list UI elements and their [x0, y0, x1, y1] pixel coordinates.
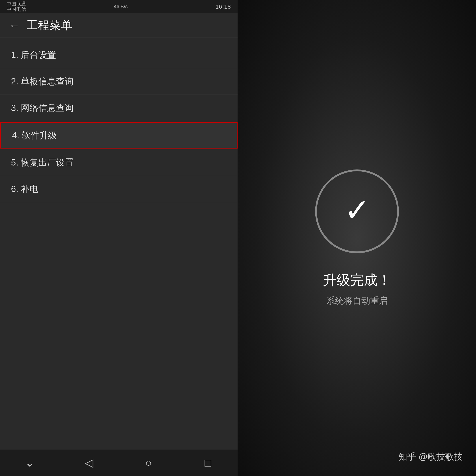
nav-home-button[interactable]: ○ — [135, 454, 162, 472]
menu-item-label: 6. 补电 — [11, 183, 38, 195]
nav-recents-button[interactable]: □ — [195, 454, 221, 472]
carrier-2: 中国电信 — [7, 7, 26, 12]
success-subtitle: 系统将自动重启 — [326, 295, 388, 307]
nav-back-button[interactable]: ◁ — [76, 454, 102, 472]
menu-item-label: 2. 单板信息查询 — [11, 75, 74, 87]
success-circle: ✓ — [315, 170, 399, 253]
success-title: 升级完成！ — [323, 271, 391, 289]
nav-chevron-button[interactable]: ⌄ — [17, 454, 43, 472]
menu-item-label: 4. 软件升级 — [12, 129, 57, 141]
watermark: 知乎 @歌技歌技 — [398, 451, 463, 463]
home-icon: ○ — [145, 456, 152, 469]
menu-item-item-4[interactable]: 4. 软件升级 — [0, 122, 238, 149]
status-bar: 中国联通 中国电信 46 B/s 16:18 — [0, 0, 238, 13]
page-title: 工程菜单 — [26, 18, 72, 33]
menu-item-label: 1. 后台设置 — [11, 49, 56, 61]
app-header: ← 工程菜单 — [0, 13, 238, 37]
back-icon: ◁ — [85, 456, 93, 469]
nav-bar: ⌄ ◁ ○ □ — [0, 450, 238, 476]
menu-list: 1. 后台设置2. 单板信息查询3. 网络信息查询4. 软件升级5. 恢复出厂设… — [0, 37, 238, 450]
network-speed: 46 B/s — [114, 4, 128, 9]
menu-item-item-1[interactable]: 1. 后台设置 — [0, 42, 238, 68]
checkmark-icon: ✓ — [344, 195, 370, 226]
menu-item-item-5[interactable]: 5. 恢复出厂设置 — [0, 149, 238, 176]
menu-item-item-2[interactable]: 2. 单板信息查询 — [0, 68, 238, 95]
menu-item-item-3[interactable]: 3. 网络信息查询 — [0, 95, 238, 121]
clock: 16:18 — [216, 3, 231, 10]
menu-item-label: 5. 恢复出厂设置 — [11, 156, 74, 169]
square-icon: □ — [204, 456, 211, 469]
carrier-info: 中国联通 中国电信 — [7, 1, 26, 12]
right-panel: ✓ 升级完成！ 系统将自动重启 知乎 @歌技歌技 — [238, 0, 476, 476]
back-button[interactable]: ← — [9, 19, 20, 32]
chevron-down-icon: ⌄ — [25, 456, 34, 469]
left-panel: 中国联通 中国电信 46 B/s 16:18 ← 工程菜单 1. 后台设置2. … — [0, 0, 238, 476]
carrier-1: 中国联通 — [7, 1, 26, 6]
menu-item-item-6[interactable]: 6. 补电 — [0, 176, 238, 202]
menu-item-label: 3. 网络信息查询 — [11, 102, 74, 114]
